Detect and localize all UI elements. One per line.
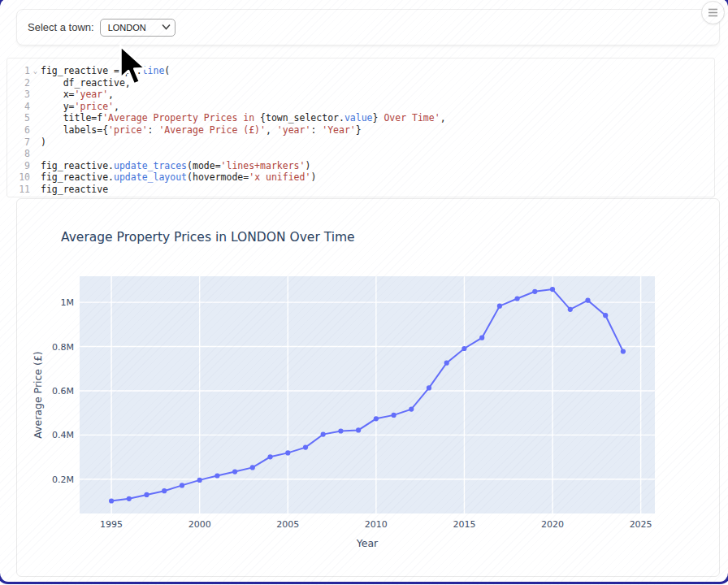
line-number: 3 [7,89,30,101]
data-point[interactable] [392,413,396,418]
line-number: 5 [7,112,30,124]
data-point[interactable] [479,336,484,340]
data-point[interactable] [268,454,273,459]
data-point[interactable] [585,298,590,303]
fold-gutter [30,160,41,172]
fold-arrow-icon[interactable]: ⌄ [30,65,41,77]
line-number: 6 [7,124,30,136]
x-tick-label: 2005 [276,519,299,530]
fold-gutter [30,112,41,124]
line-number: 11 [7,184,30,196]
data-point[interactable] [462,346,466,351]
code-lines: 1⌄fig_reactive = px.line(2 df_reactive,3… [7,65,714,196]
data-point[interactable] [303,445,308,450]
y-tick-label: 1M [61,297,75,308]
fold-gutter [30,184,41,196]
fold-gutter [30,136,41,149]
data-point[interactable] [550,287,555,292]
code-editor-cell[interactable]: 1⌄fig_reactive = px.line(2 df_reactive,3… [6,58,715,197]
data-point[interactable] [180,483,184,488]
data-point[interactable] [497,304,502,309]
data-point[interactable] [285,450,290,455]
code-line[interactable]: 5 title=f'Average Property Prices in {to… [7,112,714,124]
y-tick-label: 0.6M [52,386,74,396]
hamburger-icon [708,8,718,17]
line-number: 4 [7,101,30,113]
x-tick-label: 2025 [630,519,652,530]
code-line[interactable]: 10fig_reactive.update_layout(hovermode='… [7,171,714,184]
data-point[interactable] [374,416,379,421]
line-number: 2 [7,77,30,89]
x-tick-label: 2020 [541,519,564,530]
x-axis-title: Year [356,537,379,549]
line-number: 8 [7,148,30,160]
y-tick-label: 0.8M [52,342,74,353]
y-axis-title: Average Price (£) [32,351,44,438]
code-line[interactable]: 3 x='year', [7,89,714,101]
data-point[interactable] [409,407,414,412]
code-line[interactable]: 11fig_reactive [7,184,714,196]
code-line[interactable]: 6 labels={'price': 'Average Price (£)', … [7,124,714,136]
code-line[interactable]: 2 df_reactive, [7,77,714,89]
code-line[interactable]: 1⌄fig_reactive = px.line( [7,65,714,77]
town-select-label: Select a town: [28,21,94,33]
line-number: 10 [7,171,30,184]
x-tick-label: 2000 [188,519,211,530]
y-tick-label: 0.2M [52,474,74,485]
data-point[interactable] [109,498,114,503]
data-point[interactable] [250,465,255,470]
data-point[interactable] [427,385,431,390]
data-point[interactable] [338,428,343,433]
fold-gutter [30,148,41,160]
fold-gutter [30,101,41,113]
data-point[interactable] [127,496,132,501]
data-point[interactable] [532,289,537,294]
fold-gutter [30,89,41,101]
data-point[interactable] [515,296,520,301]
code-line[interactable]: 8 [7,148,714,160]
data-point[interactable] [144,492,149,497]
data-point[interactable] [603,313,608,318]
chart-svg: 19952000200520102015202020250.2M0.4M0.6M… [17,199,719,576]
town-select-wrapper: LONDON [100,19,176,37]
y-tick-label: 0.4M [52,430,74,440]
line-number: 7 [7,136,30,149]
fold-gutter [30,124,41,136]
data-point[interactable] [356,427,361,432]
chart-output-cell: Average Property Prices in LONDON Over T… [16,198,720,577]
line-number: 1 [7,65,30,77]
data-point[interactable] [214,473,219,478]
code-line[interactable]: 4 y='price', [7,101,714,113]
data-point[interactable] [444,361,449,366]
code-line[interactable]: 9fig_reactive.update_traces(mode='lines+… [7,160,714,172]
window-border-bottom [0,569,728,584]
data-point[interactable] [232,470,237,474]
data-point[interactable] [321,432,326,437]
x-tick-label: 2015 [453,519,475,530]
fold-gutter [30,77,41,89]
town-selector-toolbar: Select a town: LONDON [16,9,720,46]
code-line[interactable]: 7) [7,136,714,149]
data-point[interactable] [162,488,167,493]
x-tick-label: 2010 [365,519,388,530]
x-tick-label: 1995 [100,519,123,530]
data-point[interactable] [621,349,626,353]
window-border-top-left [0,0,24,22]
data-point[interactable] [197,478,202,483]
town-select-dropdown[interactable]: LONDON [100,19,176,37]
data-point[interactable] [568,307,573,312]
app-menu-button[interactable] [701,1,725,24]
fold-gutter [30,171,41,184]
line-number: 9 [7,160,30,172]
plot-area[interactable] [80,276,655,514]
